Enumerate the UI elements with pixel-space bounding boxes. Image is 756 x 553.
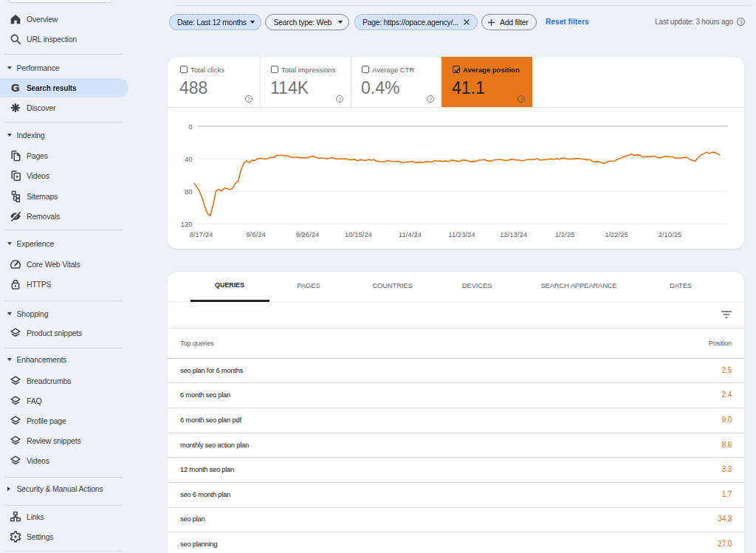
svg-text:9/6/24: 9/6/24 xyxy=(246,230,265,238)
svg-text:8/17/24: 8/17/24 xyxy=(189,230,213,238)
svg-text:0: 0 xyxy=(188,123,192,131)
svg-text:10/15/24: 10/15/24 xyxy=(345,230,372,238)
svg-text:40: 40 xyxy=(184,155,192,163)
svg-text:1/2/25: 1/2/25 xyxy=(554,230,574,238)
svg-text:9/26/24: 9/26/24 xyxy=(295,230,319,238)
svg-text:11/23/24: 11/23/24 xyxy=(448,230,475,238)
svg-text:12/13/24: 12/13/24 xyxy=(500,230,527,238)
svg-text:2/10/25: 2/10/25 xyxy=(658,230,681,238)
svg-text:11/4/24: 11/4/24 xyxy=(399,230,422,238)
svg-text:80: 80 xyxy=(184,188,192,196)
svg-text:120: 120 xyxy=(180,220,192,228)
svg-text:G: G xyxy=(11,82,19,94)
svg-text:1/22/25: 1/22/25 xyxy=(605,230,628,238)
